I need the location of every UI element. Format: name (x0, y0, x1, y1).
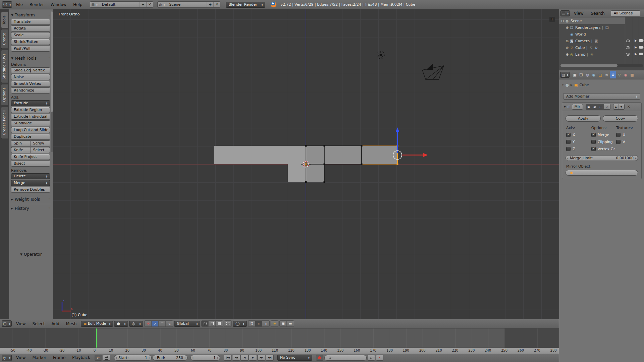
modifier-name-field[interactable]: Mir (572, 104, 583, 110)
tool-shelf-scrollbar[interactable] (51, 11, 53, 152)
current-frame-field[interactable]: ◂ 1 ▸ (191, 355, 220, 361)
timeline-menu-item[interactable]: Marker (29, 355, 49, 360)
tool-menu-extrude[interactable]: Extrude▲▼ (11, 100, 50, 106)
manipulator-axis-icon[interactable]: ✛ (145, 321, 152, 326)
screen-layout-value[interactable]: Default (99, 2, 140, 7)
restrict-render-icon[interactable] (639, 53, 643, 55)
properties-tab[interactable] (616, 71, 623, 78)
opengl-render-image-button[interactable]: ▣ (280, 321, 287, 326)
tool-button-select[interactable]: Select (31, 147, 50, 153)
copy-button[interactable]: Copy (603, 115, 638, 122)
mirror-object-field[interactable]: ▣ (566, 170, 638, 176)
face-select-mode-button[interactable] (216, 321, 223, 326)
tool-button-extrude-region[interactable]: Extrude Region (11, 107, 50, 113)
outliner-filter-select[interactable]: All Scenes (611, 10, 640, 16)
viewport-3d[interactable]: Front Ortho (1) Cube z x + (53, 9, 559, 319)
properties-editor-type-icon[interactable]: ▤▲▼ (560, 72, 570, 78)
pivot-point-select[interactable]: ◎ ▲▼ (129, 321, 143, 327)
transform-manipulator[interactable] (393, 127, 428, 160)
insert-keyframe-button[interactable] (368, 355, 375, 361)
panel-grip-icon[interactable]: ⠿ (48, 207, 50, 210)
expand-triangle-icon[interactable]: ▼ (564, 105, 566, 108)
outliner-row-camera[interactable]: ⊕Camera|▲ (559, 38, 644, 44)
viewport-menu-item[interactable]: Select (29, 321, 48, 326)
playback-button[interactable]: |◀◀ (224, 355, 232, 361)
panel-grip-icon[interactable]: ⠿ (48, 14, 50, 17)
edge-select-mode-button[interactable] (209, 321, 216, 326)
properties-tab[interactable] (572, 71, 578, 78)
tool-shelf-tab[interactable]: Shading / UVs (1, 50, 8, 83)
viewport-menu-item[interactable]: Mesh (63, 321, 80, 326)
tool-button-vertex[interactable]: Vertex (31, 67, 50, 73)
time-display-toggle-button[interactable]: ◷ (95, 355, 102, 361)
tool-button-screw[interactable]: Screw (31, 140, 50, 146)
outliner-editor-type-icon[interactable]: ☰▲▼ (560, 10, 570, 16)
playback-button[interactable]: ▶▶ (257, 355, 265, 361)
panel-grip-icon[interactable]: ⠿ (48, 198, 50, 201)
scene-add-button[interactable]: + (207, 2, 213, 7)
add-modifier-select[interactable]: Add Modifier ▲▼ (563, 93, 640, 100)
properties-tab[interactable] (603, 71, 610, 78)
tool-button-translate[interactable]: Translate (11, 19, 50, 25)
properties-tab[interactable] (578, 71, 584, 78)
manipulator-rotate-button[interactable]: ⌒ (159, 321, 166, 326)
tool-menu-delete[interactable]: Delete▲▼ (11, 173, 50, 179)
timeline-menu-item[interactable]: Frame (50, 355, 69, 360)
properties-tab[interactable] (597, 71, 603, 78)
tool-shelf-tab[interactable]: Options (1, 84, 8, 105)
scene-selector[interactable]: ◍▲▼ Scene + ✕ (157, 1, 221, 8)
restrict-view-icon[interactable] (626, 40, 630, 42)
properties-region-expand-button[interactable]: + (549, 17, 555, 22)
render-engine-select[interactable]: Blender Render ▲▼ (226, 2, 265, 8)
tool-button-noise[interactable]: Noise (11, 74, 50, 80)
manipulator-translate-button[interactable]: ↗ (152, 321, 159, 326)
mode-select[interactable]: ▦ Edit Mode ▲▼ (81, 321, 113, 327)
outliner-row-scene[interactable]: ⊖Scene (559, 17, 644, 24)
av-sync-select[interactable]: No Sync ▲▼ (277, 355, 312, 361)
outliner-row-renderlayers[interactable]: ⊕RenderLayers| (559, 24, 644, 31)
limit-selection-visible-button[interactable] (224, 320, 232, 327)
restrict-render-icon[interactable] (639, 39, 643, 42)
modifier-cage-toggle[interactable]: ▽ (604, 104, 610, 109)
checkbox[interactable] (591, 133, 596, 137)
transform-orientation-select[interactable]: Global ▲▼ (174, 321, 200, 327)
info-editor-type-icon[interactable]: ⓘ▲▼ (2, 1, 12, 8)
outliner-view-menu[interactable]: View (571, 11, 587, 16)
restrict-render-icon[interactable] (639, 46, 643, 49)
modifier-viewport-toggle[interactable]: ◉ (592, 104, 598, 109)
expand-toggle-icon[interactable]: ⊕ (565, 26, 569, 29)
screen-layout-selector[interactable]: ▤▲▼ Default + ✕ (90, 1, 153, 8)
outliner-item-label[interactable]: Cube (574, 46, 585, 50)
viewport-shading-select[interactable]: ● ▲▼ (114, 321, 128, 327)
checkbox[interactable] (566, 133, 571, 137)
checkbox[interactable] (566, 140, 571, 144)
checkbox[interactable] (616, 133, 621, 137)
snap-element-spin[interactable]: ▲▼ (262, 321, 269, 326)
outliner-item-label[interactable]: Scene (570, 19, 582, 23)
outliner-scrollbar[interactable] (560, 64, 643, 67)
delete-keyframe-button[interactable]: ✕ (376, 355, 383, 361)
tool-button-spin[interactable]: Spin (11, 140, 31, 146)
info-menu-item[interactable]: File (13, 2, 26, 7)
modifier-move-up-button[interactable]: ▲ (613, 104, 619, 109)
modifier-editmode-toggle[interactable]: ⬚ (598, 104, 604, 109)
modifier-move-down-button[interactable]: ▼ (619, 104, 624, 109)
tool-button-knife[interactable]: Knife (11, 147, 31, 153)
panel-grip-icon[interactable]: ⠿ (48, 57, 50, 60)
outliner-item-label[interactable]: RenderLayers (574, 25, 601, 30)
restrict-select-icon[interactable]: ▲ (633, 38, 637, 42)
checkbox[interactable] (591, 140, 596, 144)
outliner-row-cube[interactable]: ⊕Cube|▲ (559, 44, 644, 51)
properties-tab[interactable] (591, 71, 597, 78)
keying-set-field[interactable] (324, 355, 367, 361)
expand-toggle-icon[interactable]: ⊕ (565, 46, 569, 50)
panel-header-weight-tools[interactable]: ►Weight Tools⠿ (11, 197, 50, 202)
tool-button-knife-project[interactable]: Knife Project (11, 154, 50, 160)
lock-time-cursor-button[interactable] (103, 355, 110, 361)
opengl-render-anim-button[interactable]: ▬ (287, 321, 294, 326)
viewport-menu-item[interactable]: View (13, 321, 29, 326)
playback-button[interactable]: ◀◀ (232, 355, 240, 361)
timeline-strip[interactable] (0, 328, 559, 348)
tool-button-remove-doubles[interactable]: Remove Doubles (11, 187, 50, 193)
modifier-delete-button[interactable]: ✕ (627, 105, 630, 109)
